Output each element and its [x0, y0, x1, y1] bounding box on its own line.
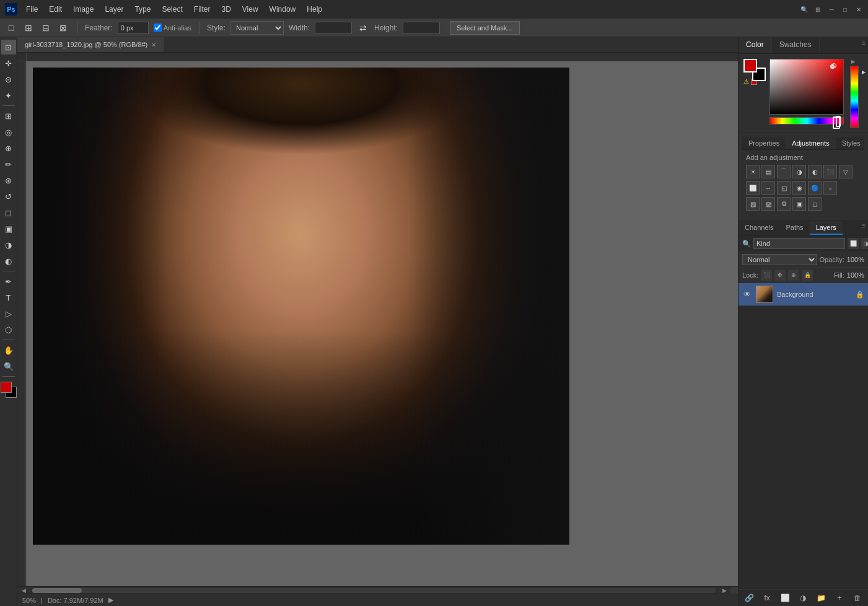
tab-channels[interactable]: Channels [739, 221, 779, 235]
lock-position-icon[interactable]: ✥ [774, 270, 786, 281]
menu-edit[interactable]: Edit [44, 2, 67, 16]
layer-new-icon[interactable]: + [834, 592, 845, 604]
adj-curves-icon[interactable]: ⌒ [777, 165, 791, 178]
status-arrow[interactable]: ▶ [108, 596, 113, 604]
color-strip-slider[interactable] [850, 66, 859, 128]
tool-healing[interactable]: ⊕ [1, 141, 16, 156]
menu-filter[interactable]: Filter [189, 2, 216, 16]
tool-marquee[interactable]: ⊡ [1, 40, 16, 55]
layer-link-icon[interactable]: 🔗 [743, 592, 755, 604]
adj-solid-color-icon[interactable]: ▣ [792, 197, 806, 211]
adj-hsl-icon[interactable]: ⬛ [823, 165, 837, 178]
h-scroll-track[interactable] [32, 588, 716, 593]
scroll-corner[interactable] [730, 587, 738, 594]
layer-fx-icon[interactable]: fx [761, 592, 773, 604]
tab-adjustments[interactable]: Adjustments [786, 137, 836, 149]
canvas-viewport[interactable] [27, 61, 738, 586]
tool-pen[interactable]: ✒ [1, 274, 16, 289]
menu-file[interactable]: File [21, 2, 43, 16]
strip-arrow-up[interactable]: ▶ [851, 59, 855, 64]
tab-styles[interactable]: Styles [836, 137, 867, 149]
layers-search-input[interactable] [753, 238, 845, 249]
subtract-selection-icon[interactable]: ⊟ [40, 22, 52, 34]
adj-invert-icon[interactable]: 🔵 [808, 181, 822, 195]
height-input[interactable] [403, 22, 440, 34]
menu-image[interactable]: Image [68, 2, 99, 16]
adj-vibrance-icon[interactable]: ◐ [808, 165, 822, 178]
h-scrollbar[interactable]: ◀ ▶ [17, 586, 738, 594]
feather-input[interactable] [118, 22, 149, 34]
tool-move[interactable]: ✛ [1, 56, 16, 71]
tab-swatches[interactable]: Swatches [772, 37, 820, 53]
layer-visibility-icon[interactable]: 👁 [742, 289, 752, 299]
adj-selective-color-icon[interactable]: ⧉ [777, 197, 791, 211]
tab-layers[interactable]: Layers [810, 221, 843, 235]
layer-mask-icon[interactable]: ⬜ [779, 592, 791, 604]
tab-properties[interactable]: Properties [742, 137, 786, 149]
lock-all-icon[interactable]: 🔒 [802, 270, 813, 281]
adj-levels-icon[interactable]: ▤ [761, 165, 775, 178]
canvas-tab[interactable]: girl-3033718_1920.jpg @ 50% (RGB/8#) ✕ [17, 37, 164, 52]
width-input[interactable] [315, 22, 352, 34]
lock-artboard-icon[interactable]: ⊕ [788, 270, 799, 281]
filter-adj-icon[interactable]: ◑ [861, 238, 868, 249]
add-selection-icon[interactable]: ⊞ [22, 22, 35, 34]
adj-bw-icon[interactable]: ⬜ [746, 181, 760, 195]
layer-delete-icon[interactable]: 🗑 [852, 592, 863, 604]
style-select[interactable]: Normal Fixed Ratio Fixed Size [230, 21, 284, 35]
tool-history[interactable]: ↺ [1, 189, 16, 204]
adj-gradient-map-icon[interactable]: ▨ [761, 197, 775, 211]
menu-select[interactable]: Select [157, 2, 187, 16]
fill-value[interactable]: 100% [847, 271, 864, 279]
adj-pattern-icon[interactable]: ◻ [808, 197, 822, 211]
hue-slider[interactable] [769, 117, 844, 125]
tool-blur[interactable]: ◑ [1, 237, 16, 252]
new-selection-icon[interactable]: □ [5, 22, 17, 34]
tool-path-select[interactable]: ▷ [1, 306, 16, 321]
tool-crop[interactable]: ⊞ [1, 108, 16, 123]
select-mask-button[interactable]: Select and Mask... [450, 21, 520, 35]
menu-type[interactable]: Type [129, 2, 156, 16]
adj-colorbalance-icon[interactable]: ▽ [839, 165, 853, 178]
tool-magic-wand[interactable]: ✦ [1, 88, 16, 103]
adj-channel-mix-icon[interactable]: ◱ [777, 181, 791, 195]
tool-zoom[interactable]: 🔍 [1, 359, 16, 374]
tab-color[interactable]: Color [739, 37, 772, 53]
anti-alias-checkbox[interactable] [154, 24, 162, 32]
tool-text[interactable]: T [1, 290, 16, 305]
tool-eyedropper[interactable]: ◎ [1, 125, 16, 139]
filter-pixel-icon[interactable]: ⬜ [848, 238, 859, 249]
h-scroll-thumb[interactable] [32, 588, 82, 593]
adj-threshold-icon[interactable]: ▧ [746, 197, 760, 211]
menu-window[interactable]: Window [265, 2, 301, 16]
layers-panel-menu[interactable]: ≡ [859, 221, 868, 235]
menu-3d[interactable]: 3D [216, 2, 235, 16]
tab-paths[interactable]: Paths [779, 221, 809, 235]
layer-background[interactable]: 👁 Background 🔒 [739, 283, 868, 306]
menu-layer[interactable]: Layer [100, 2, 128, 16]
color-gradient-picker[interactable] [769, 59, 844, 115]
tool-lasso[interactable]: ⊝ [1, 72, 16, 87]
swap-wh-icon[interactable]: ⇄ [357, 22, 369, 34]
tab-close-btn[interactable]: ✕ [151, 42, 156, 48]
blend-mode-select[interactable]: Normal Multiply Screen Overlay [742, 254, 817, 265]
tool-brush[interactable]: ✏ [1, 157, 16, 172]
tool-hand[interactable]: ✋ [1, 343, 16, 358]
lock-pixels-icon[interactable]: ⬛ [761, 270, 772, 281]
close-btn[interactable]: ✕ [854, 5, 863, 14]
scroll-right-btn[interactable]: ▶ [718, 587, 730, 594]
layer-adjustment-icon[interactable]: ◑ [797, 592, 809, 604]
color-panel-menu[interactable]: ≡ [859, 37, 868, 53]
layer-folder-icon[interactable]: 📁 [816, 592, 827, 604]
arrange-btn[interactable]: ⊞ [813, 5, 822, 14]
adj-photo-icon[interactable]: ↔ [761, 181, 775, 195]
menu-help[interactable]: Help [302, 2, 327, 16]
adj-posterize-icon[interactable]: ⬦ [823, 181, 837, 195]
adj-brightness-icon[interactable]: ☀ [746, 165, 760, 178]
tool-dodge[interactable]: ◐ [1, 253, 16, 268]
menu-view[interactable]: View [237, 2, 263, 16]
search-btn[interactable]: 🔍 [800, 5, 809, 14]
minimize-btn[interactable]: ─ [827, 5, 836, 14]
tool-clone[interactable]: ⊛ [1, 173, 16, 188]
fg-color-btn[interactable] [743, 59, 757, 72]
